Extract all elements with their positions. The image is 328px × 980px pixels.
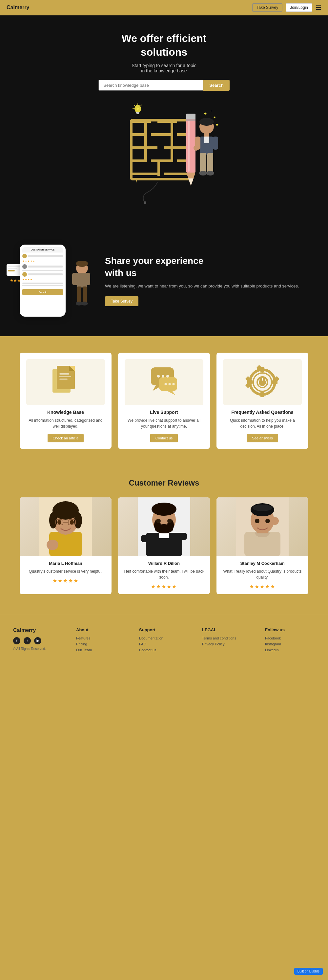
brand-logo: Calmerry	[6, 5, 29, 11]
svg-rect-24	[151, 159, 171, 162]
footer-link-facebook[interactable]: Facebook	[265, 636, 315, 640]
svg-rect-81	[261, 392, 264, 397]
phone-mockup: CUSTOMER SERVICE ★★ ★★ ★	[20, 245, 66, 317]
stars-3: ★★★★★	[222, 584, 303, 590]
svg-rect-58	[83, 286, 87, 303]
footer-brand-col: Calmerry f t in © All Rights Reserved.	[13, 627, 63, 654]
svg-rect-57	[77, 286, 82, 303]
footer-legal-heading: LEGAL	[202, 627, 252, 632]
search-bar: Search	[6, 80, 322, 91]
footer-link-contact[interactable]: Contact us	[139, 648, 189, 652]
footer-link-features[interactable]: Features	[76, 636, 126, 640]
footer-link-instagram[interactable]: Instagram	[265, 642, 315, 646]
experience-section: ★★★★★ CUSTOMER SERVICE ★★ ★★ ★	[0, 225, 328, 336]
review-card-3: Stanley M Cockerham What I really loved …	[216, 497, 308, 594]
search-button[interactable]: Search	[203, 80, 229, 91]
reviews-grid: Maria L Hoffman Quastry's customer servi…	[13, 497, 315, 594]
knowledge-icon	[51, 364, 80, 400]
svg-rect-6	[136, 112, 139, 113]
reviewer-photo-3	[216, 497, 308, 556]
svg-rect-7	[136, 113, 139, 114]
phone-header-label: CUSTOMER SERVICE	[22, 247, 63, 253]
svg-rect-114	[141, 535, 157, 542]
svg-rect-115	[171, 533, 187, 540]
footer-link-ourteam[interactable]: Our Team	[76, 648, 126, 652]
experience-title: Share your experience with us	[105, 255, 308, 279]
footer-col-legal: LEGAL Terms and conditions Privacy Polic…	[202, 627, 252, 654]
footer-copyright: © All Rights Reserved.	[13, 647, 63, 651]
svg-rect-17	[144, 120, 147, 137]
svg-rect-38	[187, 121, 190, 172]
footer-col-about: About Features Pricing Our Team	[76, 627, 126, 654]
footer-link-privacy[interactable]: Privacy Policy	[202, 642, 252, 646]
service-card-faq: Frequently Asked Questions Quick informa…	[216, 353, 308, 449]
svg-rect-27	[171, 149, 173, 162]
svg-point-102	[46, 539, 58, 550]
svg-point-108	[152, 503, 176, 516]
svg-point-122	[253, 504, 272, 511]
review-card-1: Maria L Hoffman Quastry's customer servi…	[20, 497, 112, 594]
chat-icon	[146, 364, 182, 400]
faq-btn[interactable]: See answers	[246, 434, 278, 442]
stars-2: ★★★★★	[123, 584, 205, 590]
review-text-3: What I really loved about Quastry is pro…	[222, 568, 303, 580]
footer-follow-heading: Follow us	[265, 627, 315, 632]
footer-link-docs[interactable]: Documentation	[139, 636, 189, 640]
phone-content: ★★ ★★ ★ ★★ ★★	[22, 253, 63, 296]
svg-line-2	[141, 105, 142, 106]
svg-point-32	[144, 201, 146, 204]
reviewer-photo-2	[118, 497, 210, 556]
stars-1: ★★★★★	[29, 578, 102, 584]
svg-rect-66	[59, 376, 71, 377]
footer-link-terms[interactable]: Terms and conditions	[202, 636, 252, 640]
support-icon-area	[125, 359, 203, 405]
hamburger-menu-button[interactable]: ☰	[315, 3, 322, 11]
maze-svg: ✦ ✦ ✦	[102, 100, 226, 205]
svg-rect-47	[207, 153, 213, 173]
reviewer-name-1: Maria L Hoffman	[29, 561, 102, 566]
knowledge-btn[interactable]: Check an article	[48, 434, 84, 442]
footer-social: f t in	[13, 637, 63, 644]
footer-link-pricing[interactable]: Pricing	[76, 642, 126, 646]
svg-text:✦: ✦	[210, 110, 212, 113]
svg-text:✦: ✦	[213, 116, 216, 119]
faq-title: Frequently Asked Questions	[231, 410, 293, 415]
footer: Calmerry f t in © All Rights Reserved. A…	[0, 614, 328, 670]
instagram-icon[interactable]: in	[34, 637, 41, 644]
svg-point-75	[165, 383, 167, 385]
svg-rect-43	[204, 137, 209, 143]
svg-rect-15	[151, 133, 171, 136]
review-body-3: Stanley M Cockerham What I really loved …	[216, 556, 308, 594]
svg-point-5	[134, 105, 141, 113]
hero-subtitle: Start typing to search for a topic in th…	[6, 63, 322, 73]
svg-rect-12	[131, 120, 151, 123]
svg-rect-30	[164, 173, 190, 175]
support-title: Live Support	[150, 410, 178, 415]
experience-survey-button[interactable]: Take Survey	[105, 296, 138, 306]
review-body-2: Willard R Dillon I felt comfortable with…	[118, 556, 210, 594]
footer-support-heading: Support	[139, 627, 189, 632]
take-survey-button[interactable]: Take Survey	[252, 3, 282, 12]
join-login-button[interactable]: Join/Login	[286, 3, 312, 12]
support-btn[interactable]: Contact us	[150, 434, 178, 442]
reviews-section: Customer Reviews	[0, 465, 328, 614]
footer-link-faq[interactable]: FAQ	[139, 642, 189, 646]
search-input[interactable]	[98, 80, 203, 91]
experience-text: Share your experience with us We are lis…	[105, 255, 308, 306]
reviewer-name-3: Stanley M Cockerham	[222, 561, 303, 566]
svg-rect-14	[131, 133, 144, 136]
support-desc: We provide live chat support to answer a…	[125, 417, 203, 429]
svg-point-100	[58, 520, 61, 525]
svg-rect-13	[157, 120, 177, 123]
svg-rect-21	[144, 136, 147, 149]
footer-brand-name: Calmerry	[13, 627, 63, 633]
svg-point-60	[82, 302, 88, 305]
facebook-icon[interactable]: f	[13, 637, 20, 644]
footer-link-linkedin[interactable]: LinkedIn	[265, 648, 315, 652]
svg-point-125	[271, 517, 279, 525]
review-text-1: Quastry's customer service is very helpf…	[29, 568, 102, 574]
services-section: Knowledge Base All information structure…	[0, 336, 328, 465]
svg-rect-46	[200, 153, 206, 173]
svg-rect-26	[144, 149, 147, 162]
twitter-icon[interactable]: t	[24, 637, 31, 644]
